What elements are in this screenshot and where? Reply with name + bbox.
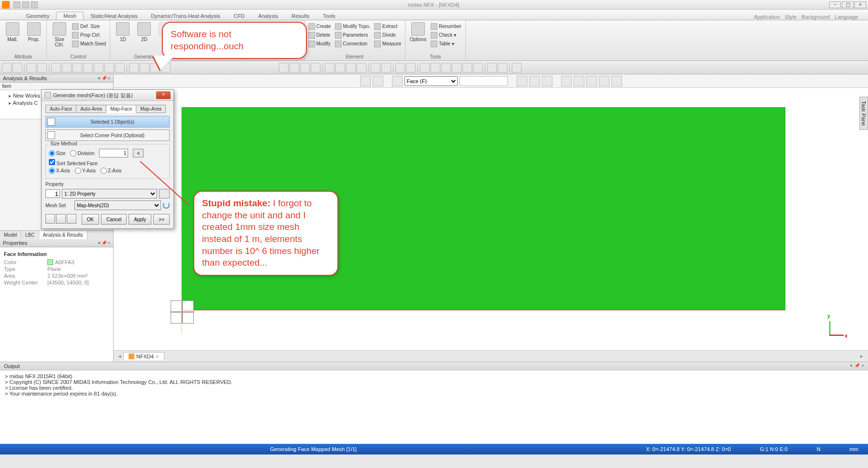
view-tool-icon[interactable]: [599, 76, 609, 86]
tool-icon[interactable]: [371, 63, 380, 72]
prop-button[interactable]: Prop.: [24, 22, 43, 42]
zoom-out-icon[interactable]: [62, 63, 72, 72]
pin-icon[interactable]: 📌: [101, 76, 107, 81]
modify-topo-button[interactable]: Modify Topo.: [334, 22, 372, 30]
tool-icon[interactable]: [463, 63, 472, 72]
background-menu[interactable]: Background: [801, 14, 830, 20]
tab-cfd[interactable]: CFD: [227, 12, 252, 20]
dialog-title-bar[interactable]: Generate mesh(Face) (응답 없음) ×: [42, 90, 174, 101]
property-select[interactable]: 1: 2D Property: [62, 189, 157, 199]
dropdown-icon[interactable]: ▾: [850, 363, 853, 369]
tool-icon[interactable]: [346, 63, 356, 72]
tab-static-heat[interactable]: Static/Heat Analysis: [84, 12, 144, 20]
x-axis-radio[interactable]: X-Axis: [49, 168, 70, 174]
tool-icon[interactable]: [27, 63, 36, 72]
zoom-in-icon[interactable]: [51, 63, 61, 72]
tool-icon[interactable]: [431, 63, 440, 72]
selection-filter-select[interactable]: Face (F): [405, 76, 458, 86]
view-tool-icon[interactable]: [517, 76, 527, 86]
selection-input[interactable]: [460, 76, 508, 86]
matl-button[interactable]: Matl.: [3, 22, 22, 42]
application-menu[interactable]: Application: [754, 14, 780, 20]
close-icon[interactable]: ×: [108, 76, 110, 81]
table-button[interactable]: Table ▾: [430, 40, 463, 48]
scroll-right-icon[interactable]: ▸: [860, 353, 863, 359]
tool-icon[interactable]: [473, 63, 483, 72]
tab-analysis-results[interactable]: Analysis & Results: [39, 231, 87, 239]
tool-icon[interactable]: [300, 63, 310, 72]
tab-geometry[interactable]: Geometry: [19, 12, 56, 20]
tab-analysis[interactable]: Analysis: [251, 12, 285, 20]
prop-ctrl-button[interactable]: Prop Ctrl.: [71, 31, 107, 39]
tool-icon[interactable]: [2, 63, 12, 72]
tab-auto-area[interactable]: Auto-Area: [76, 105, 106, 113]
z-axis-radio[interactable]: Z-Axis: [101, 168, 121, 174]
dialog-close-button[interactable]: ×: [156, 91, 171, 99]
tool-icon[interactable]: [13, 63, 22, 72]
sort-face-checkbox[interactable]: Sort Selected Face: [49, 159, 98, 166]
language-menu[interactable]: Language: [835, 14, 858, 20]
elem-modify-button[interactable]: Modify: [307, 40, 332, 48]
dropdown-icon[interactable]: ▾: [98, 76, 101, 81]
status-unit[interactable]: N: [812, 446, 825, 452]
y-axis-radio[interactable]: Y-Axis: [75, 168, 96, 174]
mini-button-3[interactable]: [67, 214, 76, 224]
division-radio[interactable]: Division: [70, 150, 94, 156]
view-tool-icon[interactable]: [529, 76, 540, 86]
size-ctrl-button[interactable]: Size Ctrl.: [50, 22, 69, 47]
tab-map-area[interactable]: Map-Area: [136, 105, 166, 113]
view-tool-icon[interactable]: [392, 76, 403, 86]
mini-button-2[interactable]: [56, 214, 66, 224]
view-tool-icon[interactable]: [542, 76, 552, 86]
tool-icon[interactable]: [441, 63, 451, 72]
close-button[interactable]: ×: [854, 1, 866, 8]
check-button[interactable]: Check ▾: [430, 31, 463, 39]
grid-icon[interactable]: [325, 63, 334, 72]
renumber-button[interactable]: Renumber: [430, 22, 463, 30]
pan-icon[interactable]: [83, 63, 93, 72]
tool-icon[interactable]: [140, 63, 149, 72]
extract-button[interactable]: Extract: [373, 22, 402, 30]
property-id-input[interactable]: [45, 189, 60, 198]
task-pane-tab[interactable]: Task Pane: [859, 97, 868, 130]
view-tool-icon[interactable]: [586, 76, 597, 86]
elem-create-button[interactable]: Create: [307, 22, 332, 30]
selected-objects-button[interactable]: Selected 1 Object(s): [45, 116, 170, 128]
doc-tab[interactable]: NFXD4 ×: [123, 352, 164, 360]
tab-auto-face[interactable]: Auto-Face: [45, 105, 76, 113]
app-icon[interactable]: [2, 1, 10, 9]
2d-button[interactable]: 2D: [134, 22, 154, 42]
size-radio[interactable]: Size: [49, 150, 65, 156]
match-seed-button[interactable]: Match Seed: [71, 40, 107, 48]
tool-icon[interactable]: [129, 63, 139, 72]
tool-icon[interactable]: [381, 63, 391, 72]
tool-icon[interactable]: [37, 63, 47, 72]
output-body[interactable]: midas NFX 2015R1 (64bit) Copyright (C) S…: [0, 370, 868, 444]
tool-icon[interactable]: [279, 63, 289, 72]
view-tool-icon[interactable]: [360, 76, 371, 86]
close-icon[interactable]: ×: [862, 363, 864, 369]
view-tool-icon[interactable]: [611, 76, 622, 86]
options-button[interactable]: Options: [408, 22, 428, 42]
tool-icon[interactable]: [115, 63, 125, 72]
connection-button[interactable]: Connection: [334, 40, 372, 48]
tool-icon[interactable]: [498, 63, 507, 72]
apply-button[interactable]: Apply: [129, 214, 151, 225]
tool-icon[interactable]: [487, 63, 497, 72]
tab-dynamic-trans[interactable]: Dynamic/Trans.Heat Analysis: [144, 12, 227, 20]
mesh-set-select[interactable]: Map-Mesh(2D): [74, 200, 161, 210]
cancel-button[interactable]: Cancel: [101, 214, 127, 225]
minimize-button[interactable]: −: [829, 1, 841, 8]
tool-icon[interactable]: [335, 63, 345, 72]
tab-results[interactable]: Results: [285, 12, 316, 20]
divide-button[interactable]: Divide: [373, 31, 402, 39]
tab-map-face[interactable]: Map-Face: [106, 105, 136, 113]
def-size-button[interactable]: Def. Size: [71, 22, 107, 30]
qat-redo-icon[interactable]: [31, 1, 38, 8]
qat-undo-icon[interactable]: [22, 1, 29, 8]
pin-icon[interactable]: 📌: [854, 363, 860, 369]
qat-save-icon[interactable]: [14, 1, 20, 8]
1d-button[interactable]: 1D: [113, 22, 132, 42]
view-tool-icon[interactable]: [574, 76, 584, 86]
scroll-left-icon[interactable]: ◂: [118, 353, 121, 359]
